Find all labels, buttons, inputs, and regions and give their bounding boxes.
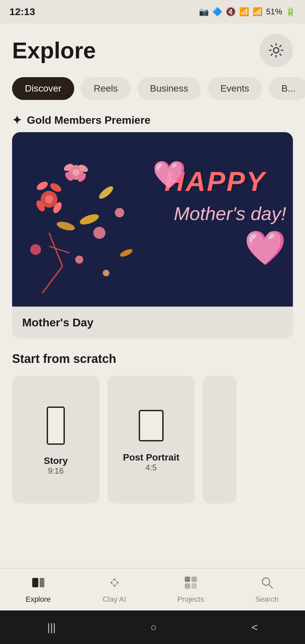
nav-projects[interactable]: Projects [152, 575, 229, 605]
scratch-card-story[interactable]: Story 9:16 [12, 376, 99, 503]
svg-rect-31 [185, 583, 190, 589]
battery-icon: 🔋 [286, 7, 296, 16]
tab-reels[interactable]: Reels [81, 77, 131, 100]
status-bar: 12:13 📷 🔷 🔇 📶 📶 51% 🔋 [0, 0, 305, 23]
projects-label: Projects [177, 595, 204, 604]
scratch-title: Start from scratch [12, 352, 293, 366]
nav-clay-ai[interactable]: Clay AI [76, 575, 152, 605]
svg-rect-28 [40, 578, 44, 587]
page-title: Explore [12, 37, 96, 63]
header: Explore [0, 23, 305, 74]
svg-point-24 [119, 248, 133, 258]
svg-point-22 [75, 256, 83, 264]
android-home-button[interactable]: ○ [150, 621, 157, 634]
tab-discover[interactable]: Discover [12, 77, 74, 100]
scratch-section: Start from scratch Story 9:16 Post Port [0, 338, 305, 510]
explore-icon [31, 575, 46, 593]
svg-point-17 [30, 244, 41, 255]
status-time: 12:13 [9, 6, 35, 17]
post-portrait-label: Post Portrait 4:5 [123, 452, 179, 472]
svg-point-23 [103, 270, 110, 276]
explore-label: Explore [26, 595, 51, 604]
clay-ai-label: Clay AI [103, 595, 126, 604]
svg-rect-32 [191, 583, 197, 589]
svg-line-34 [269, 584, 272, 588]
story-icon [42, 404, 69, 447]
bluetooth-icon: 🔷 [212, 7, 222, 16]
svg-line-21 [49, 246, 69, 253]
search-icon [260, 575, 274, 593]
story-label: Story 9:16 [44, 455, 68, 476]
svg-rect-29 [185, 577, 190, 582]
nav-search[interactable]: Search [229, 575, 305, 605]
svg-rect-27 [32, 578, 38, 587]
featured-image: HAPPY Mother's day! 🩷 🩷 [12, 132, 293, 307]
nav-explore[interactable]: Explore [0, 575, 76, 605]
heart-right-decoration: 🩷 [244, 228, 286, 268]
scratch-card-partial[interactable] [203, 376, 236, 503]
search-label: Search [255, 595, 279, 604]
svg-point-8 [73, 169, 79, 176]
scratch-cards: Story 9:16 Post Portrait 4:5 [12, 376, 293, 503]
signal-icon: 📶 [253, 7, 263, 16]
gold-star-icon: ✦ [12, 113, 21, 127]
projects-icon [183, 575, 198, 593]
scratch-card-post-portrait[interactable]: Post Portrait 4:5 [107, 376, 195, 503]
camera-icon: 📷 [199, 7, 209, 16]
svg-point-2 [45, 195, 53, 203]
settings-button[interactable] [259, 34, 293, 67]
svg-point-13 [79, 212, 100, 226]
android-navigation-bar: ||| ○ < [0, 610, 305, 644]
svg-rect-26 [139, 411, 163, 441]
featured-card[interactable]: HAPPY Mother's day! 🩷 🩷 Mother's Day [12, 132, 293, 338]
gear-icon [268, 42, 285, 59]
tab-business[interactable]: Business [137, 77, 201, 100]
svg-point-18 [115, 208, 124, 217]
svg-point-14 [56, 220, 76, 232]
featured-image-content: HAPPY Mother's day! 🩷 🩷 [12, 132, 293, 307]
svg-point-15 [97, 184, 115, 201]
svg-line-20 [42, 266, 62, 293]
status-icons: 📷 🔷 🔇 📶 📶 51% 🔋 [199, 7, 296, 16]
post-portrait-icon [136, 407, 166, 444]
tabs-container: Discover Reels Business Events B... [0, 74, 305, 107]
android-back-button[interactable]: < [251, 621, 258, 634]
svg-rect-25 [47, 407, 64, 444]
wifi-icon: 📶 [239, 7, 249, 16]
tab-more[interactable]: B... [269, 77, 305, 100]
featured-card-label: Mother's Day [12, 307, 293, 338]
android-menu-button[interactable]: ||| [47, 621, 56, 634]
mute-icon: 🔇 [226, 7, 236, 16]
heart-top-decoration: 🩷 [152, 159, 186, 191]
clay-ai-icon [107, 575, 122, 593]
svg-point-16 [93, 227, 105, 239]
battery-text: 51% [266, 7, 282, 16]
flowers-decoration [12, 132, 167, 307]
bottom-navigation: Explore Clay AI Projects [0, 568, 305, 610]
mothers-day-text: Mother's day! [174, 203, 286, 224]
svg-point-3 [35, 180, 49, 192]
svg-rect-30 [191, 577, 197, 582]
gold-members-label: Gold Members Premiere [27, 114, 150, 126]
svg-point-0 [273, 48, 279, 53]
tab-events[interactable]: Events [208, 77, 262, 100]
gold-members-section: ✦ Gold Members Premiere [0, 107, 305, 132]
